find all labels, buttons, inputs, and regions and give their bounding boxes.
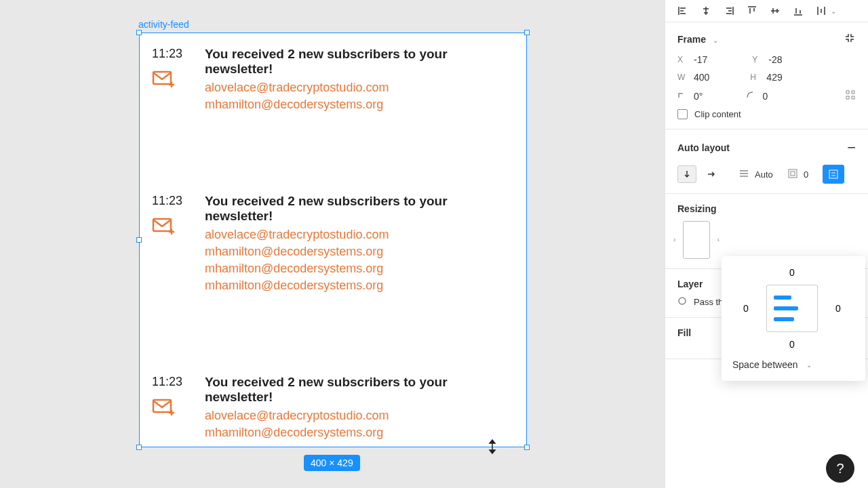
- radius-input[interactable]: 0: [762, 91, 768, 102]
- activity-email[interactable]: mhamilton@decodersystems.org: [205, 96, 514, 113]
- chevron-down-icon[interactable]: ⌄: [806, 361, 812, 369]
- frame-name-label[interactable]: activity-feed: [138, 19, 189, 30]
- frame-section: Frame ⌄ X-17 Y-28 W400 H429 0° 0: [665, 22, 868, 129]
- padding-icon: [787, 168, 798, 181]
- svg-rect-6: [852, 96, 854, 99]
- align-right-icon[interactable]: [724, 5, 734, 16]
- x-input[interactable]: -17: [694, 54, 707, 65]
- align-vcenter-icon[interactable]: [770, 5, 781, 16]
- activity-email[interactable]: mhamilton@decodersystems.org: [205, 260, 514, 277]
- activity-email[interactable]: alovelace@tradecryptostudio.com: [205, 226, 514, 243]
- svg-rect-7: [789, 169, 797, 178]
- hug-left-icon: ›: [673, 236, 675, 243]
- align-hcenter-icon[interactable]: [701, 5, 711, 16]
- fill-title: Fill: [677, 327, 691, 338]
- corner-radius-icon: [746, 91, 755, 101]
- padding-top-input[interactable]: 0: [789, 267, 795, 278]
- align-bottom-icon[interactable]: [793, 5, 804, 16]
- activity-title: You received 2 new subscribers to your n…: [205, 47, 514, 77]
- rotation-icon: [677, 91, 687, 101]
- autolayout-section: Auto layout − Auto 0: [665, 129, 868, 194]
- alignment-toolbar: ⌄: [665, 0, 868, 22]
- clip-content-label: Clip content: [694, 109, 741, 119]
- activity-title: You received 2 new subscribers to your n…: [205, 375, 514, 405]
- svg-rect-8: [791, 171, 795, 176]
- activity-title: You received 2 new subscribers to your n…: [205, 194, 514, 224]
- activity-email[interactable]: mhamilton@decodersystems.org: [205, 424, 514, 441]
- alignment-grid[interactable]: [766, 285, 818, 332]
- resize-handle[interactable]: [136, 237, 142, 243]
- activity-item[interactable]: 11:23You received 2 new subscribers to y…: [140, 33, 526, 113]
- padding-bottom-input[interactable]: 0: [789, 339, 795, 350]
- resize-to-fit-icon[interactable]: [844, 32, 856, 46]
- activity-email[interactable]: alovelace@tradecryptostudio.com: [205, 79, 514, 96]
- resizing-title: Resizing: [677, 203, 717, 214]
- w-input[interactable]: 400: [694, 72, 709, 83]
- spacing-input[interactable]: Auto: [755, 169, 782, 180]
- blend-mode-icon: [677, 296, 687, 308]
- remove-autolayout-icon[interactable]: −: [847, 139, 856, 157]
- activity-email[interactable]: alovelace@tradecryptostudio.com: [205, 407, 514, 424]
- new-mail-icon: [152, 69, 176, 92]
- spacing-icon: [738, 169, 749, 180]
- direction-horizontal-button[interactable]: [702, 167, 721, 182]
- activity-time: 11:23: [152, 194, 182, 208]
- svg-rect-9: [829, 170, 837, 178]
- chevron-down-icon[interactable]: ⌄: [713, 37, 718, 44]
- svg-point-10: [679, 298, 686, 304]
- selected-frame[interactable]: 11:23You received 2 new subscribers to y…: [139, 33, 527, 447]
- padding-right-input[interactable]: 0: [835, 303, 841, 314]
- design-canvas[interactable]: activity-feed 11:23You received 2 new su…: [0, 0, 665, 488]
- rotation-input[interactable]: 0°: [694, 91, 703, 102]
- svg-rect-4: [852, 91, 854, 94]
- new-mail-icon: [152, 397, 176, 420]
- activity-time: 11:23: [152, 375, 182, 389]
- direction-vertical-button[interactable]: [677, 165, 696, 183]
- distribute-icon[interactable]: ⌄: [816, 5, 836, 16]
- help-button[interactable]: ?: [826, 454, 854, 483]
- alignment-padding-button[interactable]: [823, 165, 844, 184]
- activity-email[interactable]: mhamilton@decodersystems.org: [205, 277, 514, 294]
- autolayout-title: Auto layout: [677, 142, 730, 153]
- hug-right-icon: ‹: [717, 236, 719, 243]
- activity-item[interactable]: 11:23You received 2 new subscribers to y…: [140, 361, 526, 441]
- resize-handle[interactable]: [524, 445, 530, 450]
- h-label: H: [750, 73, 760, 82]
- independent-corners-icon[interactable]: [845, 89, 856, 102]
- new-mail-icon: [152, 216, 176, 239]
- h-input[interactable]: 429: [766, 72, 782, 83]
- clip-content-checkbox[interactable]: [677, 109, 688, 119]
- svg-rect-5: [846, 96, 849, 99]
- spacing-mode-select[interactable]: Space between: [732, 359, 798, 370]
- padding-left-input[interactable]: 0: [743, 303, 749, 314]
- padding-alignment-popover[interactable]: 0 0 0 0 Space between ⌄: [722, 256, 865, 381]
- align-left-icon[interactable]: [677, 5, 688, 16]
- resize-cursor-icon: [487, 439, 498, 453]
- x-label: X: [677, 55, 687, 64]
- align-top-icon[interactable]: [747, 5, 757, 16]
- activity-item[interactable]: 11:23You received 2 new subscribers to y…: [140, 180, 526, 295]
- svg-rect-3: [846, 91, 849, 94]
- frame-section-title[interactable]: Frame: [677, 34, 706, 45]
- activity-time: 11:23: [152, 47, 182, 61]
- activity-email[interactable]: mhamilton@decodersystems.org: [205, 243, 514, 260]
- padding-input[interactable]: 0: [804, 169, 817, 180]
- inspector-panel: ⌄ Frame ⌄ X-17 Y-28 W400 H429 0°: [665, 0, 868, 488]
- resize-handle[interactable]: [136, 30, 142, 35]
- resize-handle[interactable]: [524, 30, 530, 35]
- layer-title: Layer: [677, 279, 703, 289]
- dimensions-badge: 400 × 429: [304, 455, 360, 471]
- w-label: W: [677, 73, 687, 82]
- resizing-preview[interactable]: [683, 221, 710, 259]
- resize-handle[interactable]: [136, 445, 142, 450]
- y-input[interactable]: -28: [768, 54, 782, 65]
- y-label: Y: [752, 55, 762, 64]
